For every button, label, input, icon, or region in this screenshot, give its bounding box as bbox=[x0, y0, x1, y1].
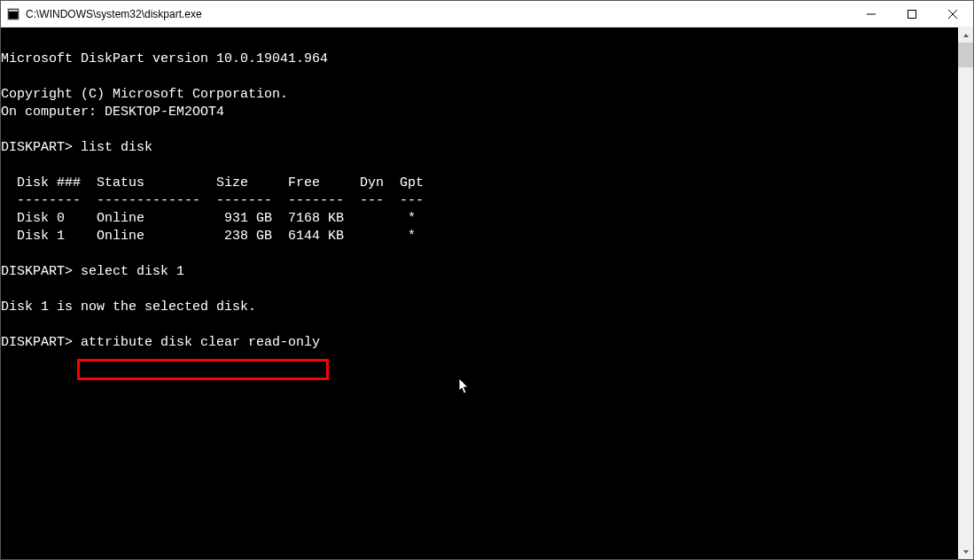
terminal-line: On computer: DESKTOP-EM2OOT4 bbox=[1, 105, 224, 120]
svg-rect-2 bbox=[867, 13, 876, 14]
content-area: Microsoft DiskPart version 10.0.19041.96… bbox=[1, 27, 973, 559]
terminal-line: Disk 1 is now the selected disk. bbox=[1, 299, 256, 315]
terminal-line: Disk 1 Online 238 GB 6144 KB * bbox=[1, 229, 416, 244]
current-command: attribute disk clear read-only bbox=[81, 335, 320, 350]
titlebar[interactable]: C:\WINDOWS\system32\diskpart.exe bbox=[1, 1, 973, 27]
svg-marker-7 bbox=[963, 550, 969, 554]
scroll-down-button[interactable] bbox=[958, 544, 973, 559]
vertical-scrollbar[interactable] bbox=[958, 27, 973, 559]
terminal-line: Disk 0 Online 931 GB 7168 KB * bbox=[1, 211, 416, 226]
app-window: C:\WINDOWS\system32\diskpart.exe Microso… bbox=[0, 0, 974, 560]
app-icon bbox=[6, 7, 20, 21]
prompt: DISKPART> bbox=[1, 335, 81, 350]
maximize-button[interactable] bbox=[892, 1, 932, 27]
window-title: C:\WINDOWS\system32\diskpart.exe bbox=[26, 8, 202, 20]
terminal-line: Disk ### Status Size Free Dyn Gpt bbox=[1, 175, 424, 191]
terminal-line: -------- ------------- ------- ------- -… bbox=[1, 193, 424, 208]
terminal-line: DISKPART> select disk 1 bbox=[1, 264, 184, 279]
terminal-line: Copyright (C) Microsoft Corporation. bbox=[1, 87, 288, 102]
minimize-button[interactable] bbox=[851, 1, 892, 27]
svg-marker-6 bbox=[963, 34, 969, 37]
terminal-line: DISKPART> list disk bbox=[1, 140, 152, 155]
scroll-thumb[interactable] bbox=[958, 43, 973, 67]
scroll-up-button[interactable] bbox=[958, 27, 973, 43]
svg-rect-1 bbox=[9, 10, 18, 12]
close-button[interactable] bbox=[932, 1, 973, 27]
terminal[interactable]: Microsoft DiskPart version 10.0.19041.96… bbox=[1, 27, 958, 559]
terminal-line: Microsoft DiskPart version 10.0.19041.96… bbox=[1, 51, 328, 66]
svg-rect-3 bbox=[908, 10, 916, 18]
